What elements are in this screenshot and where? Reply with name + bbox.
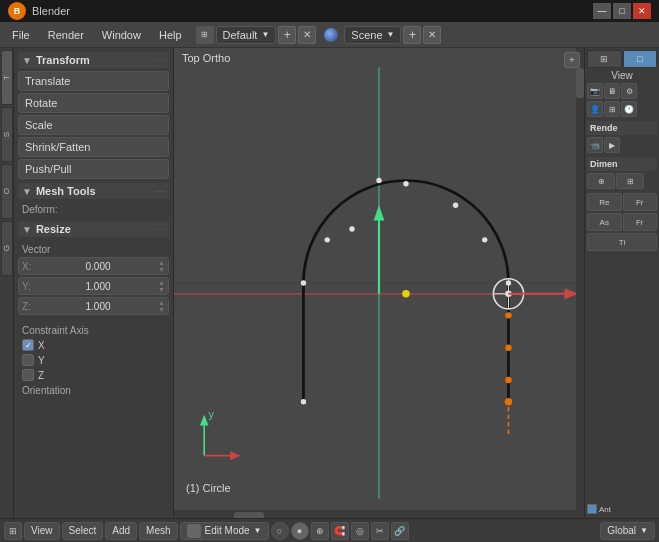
close-window-button[interactable]: ✕: [633, 3, 651, 19]
x-value-row[interactable]: X: 0.000 ▲ ▼: [18, 257, 169, 275]
z-constraint-checkbox[interactable]: [22, 369, 34, 381]
tab-shading[interactable]: S: [1, 107, 13, 162]
mesh-menu-button[interactable]: Mesh: [139, 522, 177, 540]
menu-window[interactable]: Window: [94, 27, 149, 43]
layout-add-button[interactable]: +: [278, 26, 296, 44]
x-constraint-checkbox[interactable]: [22, 339, 34, 351]
pivot-icon[interactable]: ⊕: [311, 522, 329, 540]
viewport-type-icon[interactable]: ⊞: [4, 522, 22, 540]
tool-icon-2[interactable]: 🔗: [391, 522, 409, 540]
svg-point-12: [453, 203, 458, 208]
mode-icon: [187, 524, 201, 538]
z-value-row[interactable]: Z: 1.000 ▲ ▼: [18, 297, 169, 315]
fr2-button[interactable]: Fr: [623, 213, 658, 231]
snap-icon[interactable]: 🧲: [331, 522, 349, 540]
svg-point-13: [482, 237, 487, 242]
right-as-fr-row: As Fr: [587, 213, 657, 231]
mode-label: Edit Mode: [205, 525, 250, 536]
global-label: Global: [607, 525, 636, 536]
ant-checkbox[interactable]: [587, 504, 597, 514]
y-value-row[interactable]: Y: 1.000 ▲ ▼: [18, 277, 169, 295]
transform-header[interactable]: ▼ Transform ····: [18, 52, 169, 68]
right-person-icon[interactable]: 👤: [587, 101, 603, 117]
shading-wire-icon[interactable]: ○: [271, 522, 289, 540]
select-menu-button[interactable]: Select: [62, 522, 104, 540]
minimize-button[interactable]: —: [593, 3, 611, 19]
view-menu-button[interactable]: View: [24, 522, 60, 540]
right-render-header[interactable]: Rende: [587, 121, 657, 135]
x-constraint-row: X: [18, 338, 169, 352]
mode-selector[interactable]: Edit Mode ▼: [180, 522, 269, 540]
global-selector[interactable]: Global ▼: [600, 522, 655, 540]
transform-section: ▼ Transform ···· Translate Rotate Scale …: [18, 52, 169, 179]
tool-icon-1[interactable]: ✂: [371, 522, 389, 540]
right-tab-view[interactable]: □: [623, 50, 658, 68]
render-camera-icon[interactable]: 📹: [587, 137, 603, 153]
re-button[interactable]: Re: [587, 193, 622, 211]
dim-icon-1[interactable]: ⊕: [587, 173, 615, 189]
viewport-scrollbar-vertical[interactable]: [576, 48, 584, 518]
z-constraint-row: Z: [18, 368, 169, 382]
x-value: 0.000: [38, 261, 158, 272]
svg-point-19: [505, 377, 511, 383]
y-axis-label: Y:: [22, 281, 38, 292]
dim-icon-2[interactable]: ⊞: [616, 173, 644, 189]
maximize-button[interactable]: □: [613, 3, 631, 19]
y-constraint-label: Y: [38, 355, 45, 366]
right-tab-1[interactable]: ⊞: [587, 50, 622, 68]
resize-section: ▼ Resize ···· Vector X: 0.000 ▲ ▼ Y: 1.0…: [18, 221, 169, 398]
right-re-fr-row: Re Fr: [587, 193, 657, 211]
layout-selector[interactable]: Default ▼: [216, 26, 277, 44]
vector-label: Vector: [18, 242, 169, 257]
scene-close-button[interactable]: ✕: [423, 26, 441, 44]
tab-options[interactable]: O: [1, 164, 13, 219]
viewport-corner-button[interactable]: +: [564, 52, 580, 68]
translate-button[interactable]: Translate: [18, 71, 169, 91]
right-grid-icon[interactable]: ⊞: [604, 101, 620, 117]
rotate-button[interactable]: Rotate: [18, 93, 169, 113]
mesh-tools-header[interactable]: ▼ Mesh Tools ····: [18, 183, 169, 199]
menu-help[interactable]: Help: [151, 27, 190, 43]
tab-transform[interactable]: T: [1, 50, 13, 105]
right-screen-icon[interactable]: 🖥: [604, 83, 620, 99]
add-menu-button[interactable]: Add: [105, 522, 137, 540]
viewport-header: Top Ortho: [182, 52, 230, 64]
svg-point-6: [301, 399, 306, 404]
resize-header[interactable]: ▼ Resize ····: [18, 221, 169, 237]
fr1-button[interactable]: Fr: [623, 193, 658, 211]
ti-button[interactable]: Ti: [587, 233, 657, 251]
scene-sphere-icon: [324, 28, 338, 42]
z-arrows: ▲ ▼: [158, 299, 165, 313]
z-constraint-label: Z: [38, 370, 44, 381]
shrink-fatten-button[interactable]: Shrink/Fatten: [18, 137, 169, 157]
ant-row: Ant: [587, 504, 657, 514]
right-camera-icon[interactable]: 📷: [587, 83, 603, 99]
menu-file[interactable]: File: [4, 27, 38, 43]
menu-render[interactable]: Render: [40, 27, 92, 43]
viewport[interactable]: Top Ortho +: [174, 48, 584, 518]
layout-grid-icon: ⊞: [196, 26, 214, 44]
render-play-icon[interactable]: ▶: [604, 137, 620, 153]
scene-selector[interactable]: Scene ▼: [344, 26, 401, 44]
scale-button[interactable]: Scale: [18, 115, 169, 135]
object-label: (1) Circle: [186, 482, 231, 494]
proportional-icon[interactable]: ◎: [351, 522, 369, 540]
main-layout: T S O G ▼ Transform ···· Translate Rotat…: [0, 48, 659, 518]
right-dimensions-header[interactable]: Dimen: [587, 157, 657, 171]
as-button[interactable]: As: [587, 213, 622, 231]
x-axis-label: X:: [22, 261, 38, 272]
scene-add-button[interactable]: +: [403, 26, 421, 44]
right-settings-icon[interactable]: ⚙: [621, 83, 637, 99]
right-clock-icon[interactable]: 🕐: [621, 101, 637, 117]
push-pull-button[interactable]: Push/Pull: [18, 159, 169, 179]
menu-bar: File Render Window Help ⊞ Default ▼ + ✕ …: [0, 22, 659, 48]
tab-grease[interactable]: G: [1, 221, 13, 276]
y-arrows: ▲ ▼: [158, 279, 165, 293]
y-constraint-checkbox[interactable]: [22, 354, 34, 366]
svg-text:y: y: [209, 408, 215, 420]
viewport-scrollbar-horizontal[interactable]: [174, 510, 576, 518]
viewport-canvas: y: [174, 48, 584, 518]
orientation-label: Orientation: [18, 383, 169, 398]
shading-solid-icon[interactable]: ●: [291, 522, 309, 540]
layout-close-button[interactable]: ✕: [298, 26, 316, 44]
